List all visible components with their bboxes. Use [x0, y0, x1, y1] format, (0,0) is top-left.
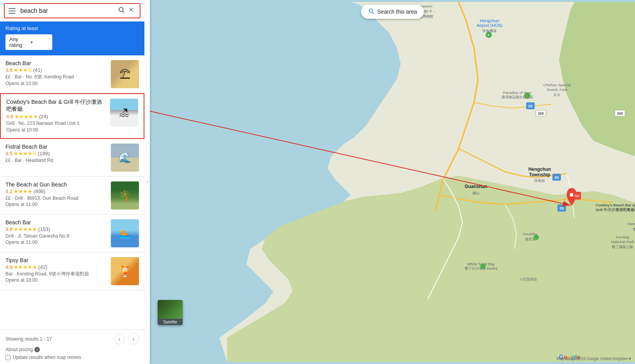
- result-item[interactable]: Tipsy Bar 4.8 ★★★★★ (42) Bar · Kending R…: [0, 252, 144, 290]
- info-icon[interactable]: i: [34, 347, 40, 352]
- result-rating: 4.8 ★★★★★ (42): [5, 264, 108, 270]
- svg-text:✈: ✈: [487, 33, 490, 37]
- review-count: (41): [33, 67, 42, 73]
- collapse-sidebar-button[interactable]: ›: [144, 0, 150, 364]
- svg-text:🦌: 🦌: [525, 94, 529, 98]
- result-item[interactable]: Beach Bar 3.6 ★★★½ (41) ££ · Bar · No. 6…: [0, 55, 144, 93]
- satellite-button[interactable]: Satellite: [158, 300, 183, 325]
- svg-text:Township: Township: [529, 172, 550, 178]
- svg-point-53: [480, 264, 486, 269]
- svg-text:恆春鎮: 恆春鎮: [534, 179, 545, 183]
- svg-text:200: 200: [538, 112, 544, 115]
- prev-page-button[interactable]: ‹: [114, 334, 125, 344]
- review-count: (42): [38, 264, 47, 270]
- sidebar-footer: Showing results 1 - 17 ‹ › About pricing…: [0, 329, 144, 364]
- svg-text:Guanshan: Guanshan: [465, 184, 487, 189]
- results-list: Beach Bar 3.6 ★★★½ (41) ££ · Bar · No. 6…: [0, 55, 144, 329]
- result-details: ££ · Bar · No. 6號, Kending Road: [5, 74, 108, 80]
- search-icon: [368, 8, 374, 16]
- review-count: (899): [34, 188, 45, 194]
- stars-icon: ★★★★½: [14, 151, 37, 156]
- result-info: Tipsy Bar 4.8 ★★★★★ (42) Bar · Kending R…: [5, 257, 111, 284]
- map-area[interactable]: Search this area 25 26: [150, 0, 635, 364]
- sidebar: Rating at least Any rating ▼ Beach Bar 3…: [0, 0, 144, 364]
- update-checkbox-row: Update results when map moves: [5, 355, 139, 360]
- svg-text:26: 26: [555, 175, 559, 179]
- search-this-area-button[interactable]: Search this area: [361, 5, 424, 19]
- stars-icon: ★★★★★: [14, 226, 37, 232]
- svg-point-45: [534, 234, 539, 240]
- pagination-controls: ‹ ›: [114, 334, 139, 344]
- search-bar: [4, 3, 141, 18]
- svg-point-0: [119, 7, 123, 12]
- result-rating: 4.8 ★★★★★ (153): [5, 226, 108, 232]
- svg-text:Airport (HCN): Airport (HCN): [477, 23, 502, 28]
- result-item[interactable]: Cowboy's Beach Bar & Grill 牛仔沙灘酒吧餐廳 4.8 …: [0, 93, 144, 139]
- rating-section: Rating at least Any rating ▼: [0, 21, 144, 55]
- result-rating: 3.6 ★★★½ (41): [5, 67, 108, 73]
- result-info: Beach Bar 4.8 ★★★★★ (153) Grill · Jl. Ta…: [5, 219, 111, 246]
- menu-icon[interactable]: [9, 8, 16, 14]
- result-image: [111, 257, 139, 285]
- pagination-text: Showing results 1 - 17: [5, 336, 52, 342]
- svg-line-5: [372, 12, 374, 14]
- result-details: ££ · Grill · 96913, Gun Beach Road: [5, 195, 108, 202]
- result-image: [111, 181, 139, 210]
- result-name: Beach Bar: [5, 60, 108, 66]
- search-input[interactable]: [20, 7, 116, 14]
- rating-value: 4.8: [5, 226, 12, 232]
- result-info: Beach Bar 3.6 ★★★½ (41) ££ · Bar · No. 6…: [5, 60, 111, 87]
- rating-value: Any rating: [9, 36, 28, 48]
- pricing-row: About pricing i: [5, 347, 139, 352]
- result-hours: Opens at 11:00: [5, 201, 108, 208]
- result-name: Fistral Beach Bar: [5, 144, 108, 150]
- svg-text:Scenic Area: Scenic Area: [547, 87, 567, 92]
- svg-text:Cowboy's Beach Bar &: Cowboy's Beach Bar &: [596, 203, 635, 207]
- svg-text:National Park: National Park: [611, 240, 634, 244]
- result-hours: Opens at 11:00: [5, 239, 108, 246]
- about-pricing-text: About pricing: [5, 347, 33, 352]
- svg-point-4: [369, 9, 372, 12]
- update-results-checkbox[interactable]: [5, 355, 11, 360]
- svg-text:🍽: 🍽: [575, 194, 579, 198]
- chevron-left-icon: ›: [146, 180, 148, 184]
- svg-text:Kenting Street: Kenting Street: [628, 222, 635, 226]
- svg-point-58: [570, 193, 574, 197]
- svg-text:200: 200: [617, 112, 623, 115]
- svg-text:墾丁大街: 墾丁大街: [633, 227, 635, 231]
- rating-value: 3.6: [5, 67, 12, 73]
- clear-button[interactable]: [126, 7, 136, 15]
- satellite-label: Satellite: [158, 319, 183, 325]
- next-page-button[interactable]: ›: [128, 334, 139, 344]
- result-hours: Opens at 10:00: [6, 127, 107, 133]
- result-image: [111, 219, 139, 247]
- svg-text:Grill 牛仔沙灘酒吧餐廳: Grill 牛仔沙灘酒吧餐廳: [596, 208, 635, 212]
- svg-text:Chuhou Special: Chuhou Special: [543, 83, 571, 87]
- result-item[interactable]: Fistral Beach Bar 4.5 ★★★★½ (199) ££ · B…: [0, 139, 144, 177]
- svg-text:墾丁國家公園: 墾丁國家公園: [612, 245, 633, 249]
- result-rating: 4.2 ★★★★ (899): [5, 188, 108, 194]
- result-info: Fistral Beach Bar 4.5 ★★★★½ (199) ££ · B…: [5, 144, 111, 164]
- result-item[interactable]: Beach Bar 4.8 ★★★★★ (153) Grill · Jl. Ta…: [0, 215, 144, 252]
- chevron-down-icon: ▼: [30, 40, 48, 44]
- search-button[interactable]: [116, 6, 126, 15]
- result-image: [111, 144, 139, 172]
- rating-dropdown[interactable]: Any rating ▼: [5, 34, 52, 50]
- result-info: The Beach at Gun Beach 4.2 ★★★★ (899) ££…: [5, 181, 111, 208]
- result-details: Grill · Jl. Taman Ganesha No.9: [5, 233, 108, 240]
- svg-text:Kenting: Kenting: [616, 235, 630, 239]
- rating-value: 4.5: [5, 151, 12, 156]
- rating-label: Rating at least: [5, 25, 139, 31]
- map-background: 25 26 26 200 200 200 200 200 National Mu…: [150, 0, 635, 364]
- result-details: Bar · Kending Road, 6號小灣停車場對面: [5, 271, 108, 277]
- stars-icon: ★★★½: [14, 67, 32, 73]
- svg-text:25: 25: [528, 104, 533, 108]
- search-this-area-label: Search this area: [377, 9, 417, 15]
- result-item[interactable]: The Beach at Gun Beach 4.2 ★★★★ (899) ££…: [0, 177, 144, 215]
- result-info: Cowboy's Beach Bar & Grill 牛仔沙灘酒吧餐廳 4.8 …: [6, 99, 110, 133]
- stars-icon: ★★★★: [14, 188, 32, 194]
- svg-text:Hengchun: Hengchun: [480, 18, 499, 23]
- svg-text:26: 26: [560, 206, 564, 210]
- result-name: Tipsy Bar: [5, 257, 108, 263]
- result-name: Beach Bar: [5, 219, 108, 226]
